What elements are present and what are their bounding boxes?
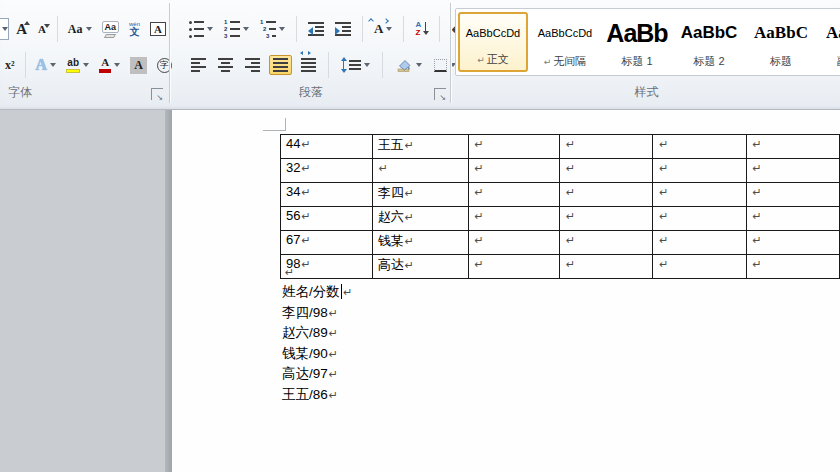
- table-cell[interactable]: 32↵: [281, 159, 373, 183]
- empty-paragraph-mark[interactable]: ↵: [285, 266, 294, 279]
- asian-layout-icon: A: [374, 21, 383, 37]
- table-cell[interactable]: ↵: [653, 255, 746, 279]
- character-border-button[interactable]: A: [147, 20, 169, 38]
- table-cell[interactable]: ↵: [653, 231, 746, 255]
- pilcrow-icon: ↵: [301, 138, 310, 150]
- table-cell[interactable]: ↵: [746, 207, 839, 231]
- word-window: A A Aa Aa wén 文: [0, 0, 840, 472]
- character-shading-button[interactable]: A: [127, 55, 150, 76]
- group-separator: [169, 3, 170, 103]
- decrease-indent-button[interactable]: [305, 20, 327, 38]
- numbering-button[interactable]: 1 2 3: [221, 18, 252, 41]
- line-spacing-button[interactable]: [338, 55, 373, 75]
- table-row: 98↵ 高达↵ ↵ ↵ ↵ ↵: [281, 255, 840, 279]
- change-case-button[interactable]: Aa: [65, 20, 95, 39]
- text-line[interactable]: 姓名/分数↵: [282, 282, 352, 303]
- table-cell[interactable]: ↵: [746, 183, 839, 207]
- style-item-title[interactable]: AaBbC 标题: [746, 12, 816, 72]
- table-cell[interactable]: 98↵: [281, 255, 373, 279]
- table-cell[interactable]: ↵: [372, 159, 468, 183]
- pilcrow-icon: ↵: [566, 258, 575, 270]
- align-center-icon: [218, 58, 233, 72]
- text-line[interactable]: 王五/86↵: [282, 385, 352, 406]
- table-cell[interactable]: ↵: [468, 183, 559, 207]
- table-row: 56↵ 赵六↵ ↵ ↵ ↵ ↵: [281, 207, 840, 231]
- font-dialog-launcher[interactable]: [151, 88, 163, 100]
- text-block[interactable]: 姓名/分数↵ 李四/98↵ 赵六/89↵ 钱某/90↵ 高达/97↵ 王五/86…: [282, 282, 352, 406]
- document-page[interactable]: 44↵ 王五↵ ↵ ↵ ↵ ↵ 32↵ ↵ ↵ ↵ ↵ ↵: [172, 110, 840, 472]
- table-corner-mark: [285, 118, 286, 131]
- table-cell[interactable]: ↵: [559, 255, 652, 279]
- table-cell[interactable]: ↵: [468, 135, 559, 159]
- table-cell[interactable]: ↵: [559, 207, 652, 231]
- table-cell[interactable]: 王五↵: [372, 135, 468, 159]
- multilevel-list-button[interactable]: 1 2 3: [257, 18, 288, 41]
- pilcrow-icon: ↵: [659, 138, 668, 150]
- phonetic-guide-button[interactable]: wén 文: [126, 19, 143, 39]
- font-color-button[interactable]: A: [96, 55, 123, 75]
- table-cell[interactable]: ↵: [468, 255, 559, 279]
- table-cell[interactable]: ↵: [559, 159, 652, 183]
- table-cell[interactable]: 34↵: [281, 183, 373, 207]
- bullets-button[interactable]: [186, 18, 216, 41]
- table-cell[interactable]: 李四↵: [372, 183, 468, 207]
- highlight-color-button[interactable]: ab: [63, 56, 92, 75]
- table-cell[interactable]: ↵: [468, 207, 559, 231]
- table-cell[interactable]: 44↵: [281, 135, 373, 159]
- text-line[interactable]: 钱某/90↵: [282, 344, 352, 365]
- text-effects-button[interactable]: A: [33, 54, 60, 76]
- chevron-down-icon: [364, 63, 370, 67]
- pilcrow-icon: ↵: [329, 368, 338, 380]
- table-cell[interactable]: 高达↵: [372, 255, 468, 279]
- asian-layout-button[interactable]: A: [371, 19, 395, 39]
- table-cell[interactable]: 钱某↵: [372, 231, 468, 255]
- align-left-button[interactable]: [188, 56, 209, 74]
- table-cell[interactable]: ↵: [653, 135, 746, 159]
- table-cell[interactable]: ↵: [653, 183, 746, 207]
- styles-group-label: 样式: [453, 84, 840, 101]
- separator: [362, 16, 363, 42]
- style-sample: AaBbCcDd: [530, 12, 600, 54]
- text-line[interactable]: 高达/97↵: [282, 364, 352, 385]
- text-line[interactable]: 李四/98↵: [282, 303, 352, 324]
- paint-bucket-icon: [395, 57, 413, 73]
- style-item-heading2[interactable]: AaBbC 标题 2: [674, 12, 744, 72]
- style-item-subtitle[interactable]: AaBbC 副标题: [818, 12, 840, 72]
- table-cell[interactable]: ↵: [653, 207, 746, 231]
- align-center-button[interactable]: [215, 56, 236, 74]
- table-cell[interactable]: ↵: [746, 231, 839, 255]
- multilevel-list-icon: 1 2 3: [260, 20, 276, 39]
- table-cell[interactable]: ↵: [653, 159, 746, 183]
- text-line[interactable]: 赵六/89↵: [282, 323, 352, 344]
- table-cell[interactable]: ↵: [559, 135, 652, 159]
- pilcrow-icon: ↵: [753, 138, 762, 150]
- align-right-button[interactable]: [242, 56, 263, 74]
- table-cell[interactable]: ↵: [746, 255, 839, 279]
- table-cell[interactable]: 赵六↵: [372, 207, 468, 231]
- font-size-combo[interactable]: [0, 18, 9, 40]
- clear-formatting-button[interactable]: Aa: [99, 19, 123, 40]
- grow-font-button[interactable]: A: [13, 19, 30, 40]
- distributed-button[interactable]: [298, 56, 319, 74]
- table-cell[interactable]: ↵: [559, 183, 652, 207]
- style-item-heading1[interactable]: AaBb 标题 1: [602, 12, 672, 72]
- table-cell[interactable]: ↵: [468, 231, 559, 255]
- style-item-normal[interactable]: AaBbCcDd ↵正文: [458, 12, 528, 72]
- table-cell[interactable]: 67↵: [281, 231, 373, 255]
- paragraph-dialog-launcher[interactable]: [434, 88, 446, 100]
- style-item-no-spacing[interactable]: AaBbCcDd ↵无间隔: [530, 12, 600, 72]
- table-cell[interactable]: ↵: [468, 159, 559, 183]
- table-cell[interactable]: ↵: [559, 231, 652, 255]
- superscript-button[interactable]: x²: [2, 56, 18, 75]
- table-cell[interactable]: ↵: [746, 159, 839, 183]
- table-cell[interactable]: ↵: [746, 135, 839, 159]
- separator: [296, 16, 297, 42]
- shrink-font-button[interactable]: A: [34, 21, 50, 37]
- table-cell[interactable]: 56↵: [281, 207, 373, 231]
- document-table[interactable]: 44↵ 王五↵ ↵ ↵ ↵ ↵ 32↵ ↵ ↵ ↵ ↵ ↵: [280, 134, 840, 279]
- justify-button[interactable]: [269, 55, 292, 75]
- increase-indent-button[interactable]: [332, 20, 354, 38]
- shading-button[interactable]: [392, 55, 425, 75]
- style-sample: AaBb: [602, 12, 672, 54]
- sort-button[interactable]: AZ: [412, 19, 431, 39]
